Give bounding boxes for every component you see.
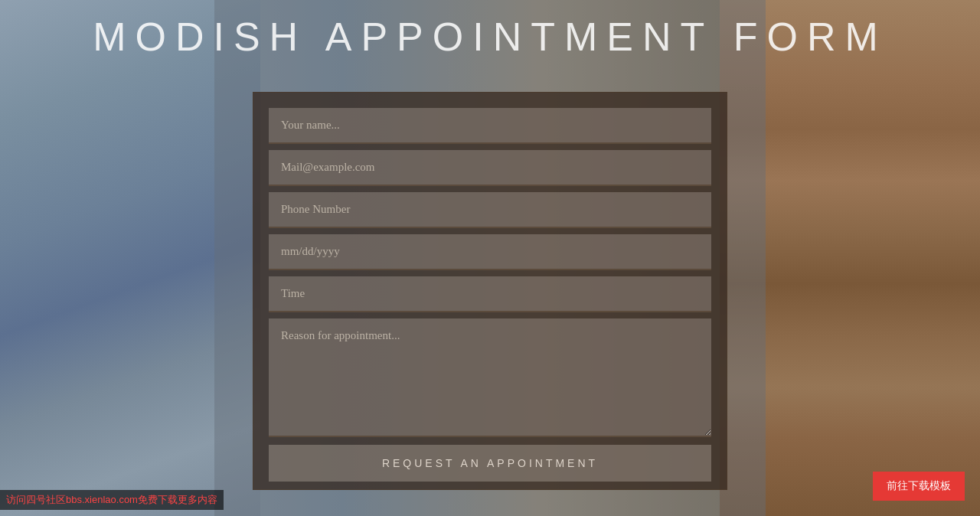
email-input[interactable]: [269, 150, 711, 186]
page-title: MODISH APPOINTMENT FORM: [0, 14, 980, 60]
time-input[interactable]: [269, 276, 711, 312]
reason-textarea[interactable]: [269, 318, 711, 437]
phone-input[interactable]: [269, 192, 711, 228]
name-input[interactable]: [269, 108, 711, 144]
form-container: REQUEST AN APPOINTMENT: [253, 92, 727, 490]
watermark-text: 访问四号社区bbs.xienlao.com免费下载更多内容: [0, 490, 224, 510]
date-input[interactable]: [269, 234, 711, 270]
download-button[interactable]: 前往下载模板: [873, 472, 965, 501]
submit-button[interactable]: REQUEST AN APPOINTMENT: [269, 445, 711, 482]
